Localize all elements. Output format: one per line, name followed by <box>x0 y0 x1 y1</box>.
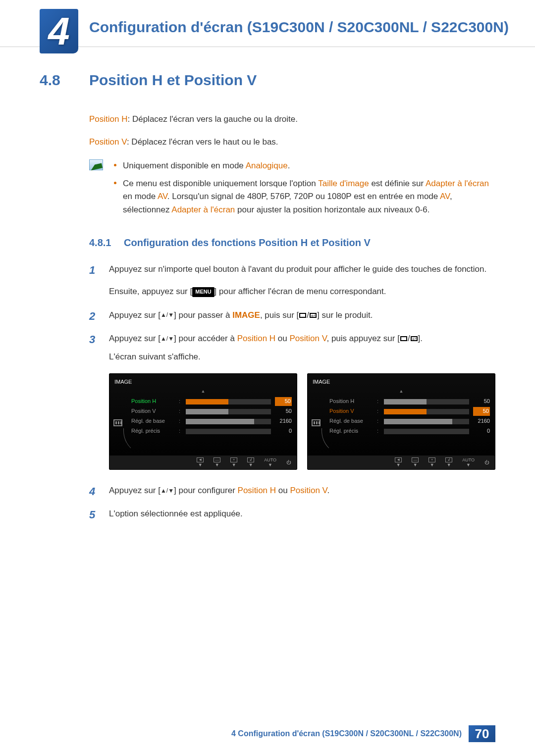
chapter-number: 4 <box>48 12 69 50</box>
osd-slider <box>384 419 469 424</box>
note-icon <box>89 159 103 170</box>
osd-row: Position V:50 <box>313 406 490 416</box>
section-heading: 4.8 Position H et Position V <box>40 72 495 89</box>
osd-item-value: 50 <box>275 397 292 406</box>
osd-slider <box>384 409 469 414</box>
osd-title: IMAGE <box>313 378 490 387</box>
osd-up-arrow-icon: ▲ <box>313 388 490 395</box>
label-position-v: Position V <box>89 137 127 147</box>
menu-key-icon: MENU <box>192 287 214 297</box>
osd-item-label: Régl. de base <box>329 417 373 426</box>
osd-row: Régl. de base:2160 <box>313 416 490 426</box>
osd-item-label: Régl. de base <box>131 417 175 426</box>
subsection-number: 4.8.1 <box>89 237 124 249</box>
note-item-2: Ce menu est disponible uniquement lorsqu… <box>112 177 495 216</box>
osd-panel-left: IMAGE ▲ Position H:50Position V:50Régl. … <box>109 373 297 470</box>
osd-item-value: 50 <box>473 397 490 406</box>
osd-row: Position V:50 <box>114 406 292 416</box>
osd-item-value: 50 <box>473 407 490 416</box>
osd-item-label: Position V <box>131 407 175 416</box>
step-number: 1 <box>89 261 95 279</box>
osd-row: Position H:50 <box>313 397 490 406</box>
subsection-heading: 4.8.1 Configuration des fonctions Positi… <box>89 237 495 249</box>
page-header: 4 Configuration d'écran (S19C300N / S20C… <box>0 0 535 47</box>
subsection-title: Configuration des fonctions Position H e… <box>124 237 371 249</box>
enter-icon <box>310 313 317 318</box>
page-footer: 4 Configuration d'écran (S19C300N / S20C… <box>0 725 535 742</box>
osd-item-value: 50 <box>275 407 292 416</box>
osd-row: Position H:50 <box>114 397 292 406</box>
osd-slider <box>186 409 271 414</box>
osd-item-label: Position H <box>131 397 175 406</box>
osd-screenshots: IMAGE ▲ Position H:50Position V:50Régl. … <box>109 373 495 470</box>
osd-item-label: Position H <box>329 397 373 406</box>
osd-slider <box>186 399 271 404</box>
footer-page-number: 70 <box>469 725 495 742</box>
image-mode-icon <box>312 419 321 426</box>
note-item-1: Uniquement disponible en mode Analogique… <box>112 159 495 172</box>
up-down-icon: ▲/▼ <box>160 310 174 320</box>
osd-slider <box>186 429 271 434</box>
label-position-h: Position H <box>89 114 127 124</box>
osd-footer: ◄▼ —▼ +▼ ↲▼ AUTO▼ ⏻ <box>109 455 297 469</box>
steps-list: 1 Appuyez sur n'importe quel bouton à l'… <box>89 262 495 520</box>
osd-item-value: 0 <box>473 427 490 436</box>
enter-icon <box>411 336 418 341</box>
osd-slider <box>384 429 469 434</box>
osd-item-value: 0 <box>275 427 292 436</box>
footer-text: 4 Configuration d'écran (S19C300N / S20C… <box>224 725 469 742</box>
power-icon: ⏻ <box>484 459 489 466</box>
osd-item-value: 2160 <box>275 417 292 426</box>
content-area: 4.8 Position H et Position V Position H:… <box>0 72 535 521</box>
up-down-icon: ▲/▼ <box>160 334 174 344</box>
step-number: 3 <box>89 331 95 348</box>
source-icon <box>299 313 306 318</box>
osd-panel-right: IMAGE ▲ Position H:50Position V:50Régl. … <box>307 373 495 470</box>
section-title: Position H et Position V <box>89 72 257 89</box>
intro-position-h: Position H: Déplacez l'écran vers la gau… <box>89 113 495 126</box>
osd-title: IMAGE <box>114 378 292 387</box>
step-2: 2 Appuyez sur [▲/▼] pour passer à IMAGE,… <box>89 308 495 322</box>
osd-up-arrow-icon: ▲ <box>114 388 292 395</box>
osd-slider <box>186 419 271 424</box>
step-number: 5 <box>89 506 95 523</box>
osd-slider <box>384 399 469 404</box>
step-5: 5 L'option sélectionnée est appliquée. <box>89 507 495 520</box>
chapter-tab: 4 <box>40 9 78 53</box>
step-4: 4 Appuyez sur [▲/▼] pour configurer Posi… <box>89 484 495 497</box>
osd-curve-decoration <box>123 428 148 455</box>
image-mode-icon <box>113 419 122 426</box>
intro-position-v: Position V: Déplacez l'écran vers le hau… <box>89 136 495 149</box>
step-number: 4 <box>89 483 95 500</box>
note-block: Uniquement disponible en mode Analogique… <box>89 159 495 221</box>
power-icon: ⏻ <box>286 459 291 466</box>
up-down-icon: ▲/▼ <box>160 486 174 496</box>
osd-item-label: Position V <box>329 407 373 416</box>
osd-item-value: 2160 <box>473 417 490 426</box>
step-3: 3 Appuyez sur [▲/▼] pour accéder à Posit… <box>89 332 495 470</box>
osd-footer: ◄▼ —▼ +▼ ↲▼ AUTO▼ ⏻ <box>308 455 495 469</box>
osd-row: Régl. de base:2160 <box>114 416 292 426</box>
section-number: 4.8 <box>40 72 89 89</box>
note-list: Uniquement disponible en mode Analogique… <box>112 159 495 221</box>
source-icon <box>400 336 407 341</box>
step-number: 2 <box>89 307 95 325</box>
step-1: 1 Appuyez sur n'importe quel bouton à l'… <box>89 262 495 298</box>
chapter-title: Configuration d'écran (S19C300N / S20C30… <box>89 14 535 37</box>
osd-curve-decoration <box>321 428 346 455</box>
